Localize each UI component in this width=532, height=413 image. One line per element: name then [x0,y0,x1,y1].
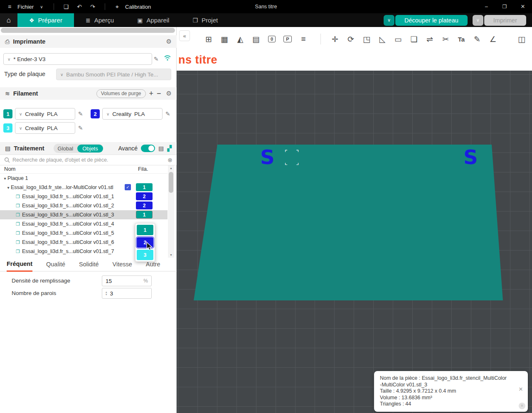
slice-plate-button[interactable]: Découper le plateau [395,15,468,26]
tab-vitesse[interactable]: Vitesse [113,261,132,271]
wifi-icon[interactable] [164,55,171,61]
clone-icon[interactable]: ❏ [406,31,422,47]
global-segment[interactable]: Global [54,145,78,152]
plate-type-select[interactable]: ∨ Bambu Smooth PEI Plate / High Te... [56,69,171,80]
objects-segment[interactable]: Objets [77,145,103,152]
add-filament-icon[interactable]: + [149,89,154,98]
object-list-icon[interactable]: ≡ [296,31,311,47]
tab-preparer[interactable]: ❖ Préparer [17,13,74,27]
3d-scene[interactable]: S S ⌜ ⌝ ⌞ ⌟ Nom de la pièce : Essai_logo… [177,71,532,413]
stencil-letter-s-left[interactable]: S [260,145,275,169]
scrollbar-thumb[interactable] [169,172,173,193]
advanced-label: Avancé [118,145,138,152]
stencil-object[interactable] [177,71,532,413]
filament-option-1[interactable]: 1 [137,225,153,235]
move-icon[interactable]: ✛ [327,31,343,47]
rotate-icon[interactable]: ⟳ [343,31,359,47]
filament-pill[interactable]: 2 [136,202,153,209]
flatten-icon[interactable]: ▭ [390,31,406,47]
printer-edit-icon[interactable]: ✎ [154,56,159,62]
param-list-icon[interactable]: ▤ [158,145,164,152]
layout-settings-icon[interactable]: ▤ [248,31,264,47]
stepper-down-icon[interactable]: ▾ [106,293,107,296]
filament-pill[interactable]: 1 [136,183,153,191]
scroll-up-icon[interactable]: ▴ [168,166,174,170]
cut-icon[interactable]: ✂ [438,31,453,47]
tooltip-close-icon[interactable]: × [519,386,523,393]
part-row[interactable]: ❐ Essai_logo_li3d.fr_s...ultiColor v01.s… [0,192,167,201]
fill-zero-icon[interactable]: 0 [264,31,280,47]
name-column-header[interactable]: Nom [4,166,15,172]
auto-orient-icon[interactable]: ◭ [232,31,248,47]
restore-button[interactable]: ❐ [495,0,514,13]
filament-combobox[interactable]: 1 [136,211,153,219]
collapse-caret-icon[interactable]: ▾ [2,176,7,181]
objects-grid-icon[interactable]: ▞ [167,145,172,152]
printer-settings-gear-icon[interactable]: ⚙ [166,38,172,45]
mirror-icon[interactable]: ⇌ [422,31,438,47]
lay-flat-icon[interactable]: ◺ [374,31,390,47]
print-button[interactable]: Imprimer [484,15,526,26]
filament-1-select[interactable]: ∨ Creality PLA [15,108,75,120]
part-row[interactable]: ❐ Essai_logo_li3d.fr_s...ultiColor v01.s… [0,201,167,210]
paint-icon[interactable]: ✎ [469,31,485,47]
tab-frequent[interactable]: Fréquent [7,261,32,272]
tab-projet[interactable]: ❒ Projet [181,13,229,27]
filament-3-select[interactable]: ∨ Creality PLA [15,122,75,134]
chevron-down-icon[interactable]: ∨ [36,5,47,9]
minimize-button[interactable]: − [477,0,495,13]
filament-1-badge[interactable]: 1 [3,109,12,118]
filament-3-edit-icon[interactable]: ✎ [78,125,83,131]
undo-icon[interactable]: ↶ [74,3,85,10]
filament-2-select[interactable]: ∨ Creality PLA [102,108,163,120]
fill-pattern-icon[interactable]: P [280,31,296,47]
plate-row[interactable]: ▾ Plaque 1 [0,174,167,183]
scale-icon[interactable]: ◳ [359,31,374,47]
tab-apercu[interactable]: ≣ Aperçu [74,13,126,27]
tab-appareil[interactable]: ▣ Appareil [126,13,181,27]
infill-input[interactable] [106,278,143,284]
printer-select[interactable]: ∨ * Ender-3 V3 [3,53,152,65]
part-row-selected[interactable]: ❐ Essai_logo_li3d.fr_s...ultiColor v01.s… [0,210,167,219]
filament-settings-gear-icon[interactable]: ⚙ [166,90,172,97]
arrange-plate-icon[interactable]: ▦ [217,31,232,47]
print-dropdown-chevron[interactable]: ∨ [473,15,483,26]
close-button[interactable]: × [514,0,532,13]
tab-autre[interactable]: Autre [146,261,160,271]
save-icon[interactable]: ❏ [61,3,71,10]
remove-filament-icon[interactable]: − [157,89,161,98]
search-input[interactable] [12,157,165,163]
file-menu[interactable]: Fichier [17,4,34,10]
purge-volumes-button[interactable]: Volumes de purge [96,89,146,98]
filament-pill[interactable]: 2 [136,192,153,200]
collapse-sidebar-button[interactable]: « [179,30,190,41]
menu-icon[interactable]: ≡ [4,3,15,10]
filament-column-header[interactable]: Fila. [138,166,148,172]
filament-3-badge[interactable]: 3 [3,123,12,133]
tree-scrollbar[interactable]: ▴ ▾ [168,165,174,258]
filament-2-edit-icon[interactable]: ✎ [165,111,170,117]
redo-icon[interactable]: ↷ [87,3,98,10]
slice-dropdown-chevron[interactable]: ∨ [384,15,394,26]
parent-object-row[interactable]: ▾ Essai_logo_li3d.fr_ste...lor-MultiColo… [0,183,167,192]
filament-1-edit-icon[interactable]: ✎ [78,111,83,117]
split-plate-icon[interactable]: ◫ [514,31,530,47]
collapse-caret-icon[interactable]: ▾ [6,185,11,190]
filament-2-badge[interactable]: 2 [91,109,100,118]
add-model-icon[interactable]: ⊞ [201,31,217,47]
tooltip-collapse-icon[interactable]: ≡ [519,403,525,409]
measure-icon[interactable]: ∠ [485,31,501,47]
clear-search-icon[interactable]: ⊗ [167,157,172,163]
scroll-down-icon[interactable]: ▾ [168,253,174,257]
home-button[interactable]: ⌂ [0,13,17,27]
object-checkbox[interactable]: ✓ [125,184,131,190]
walls-input[interactable] [110,290,148,297]
tab-qualite[interactable]: Qualité [46,261,65,271]
filament-option-3[interactable]: 3 [137,250,153,260]
calibration-button[interactable]: ⌖ Calibration [108,3,155,10]
horizontal-scrollbar[interactable] [1,28,175,33]
text-tool-icon[interactable]: Ta [453,31,469,47]
tab-solidite[interactable]: Solidité [79,261,99,271]
advanced-toggle[interactable] [141,145,155,152]
stencil-letter-s-right[interactable]: S [463,145,478,169]
